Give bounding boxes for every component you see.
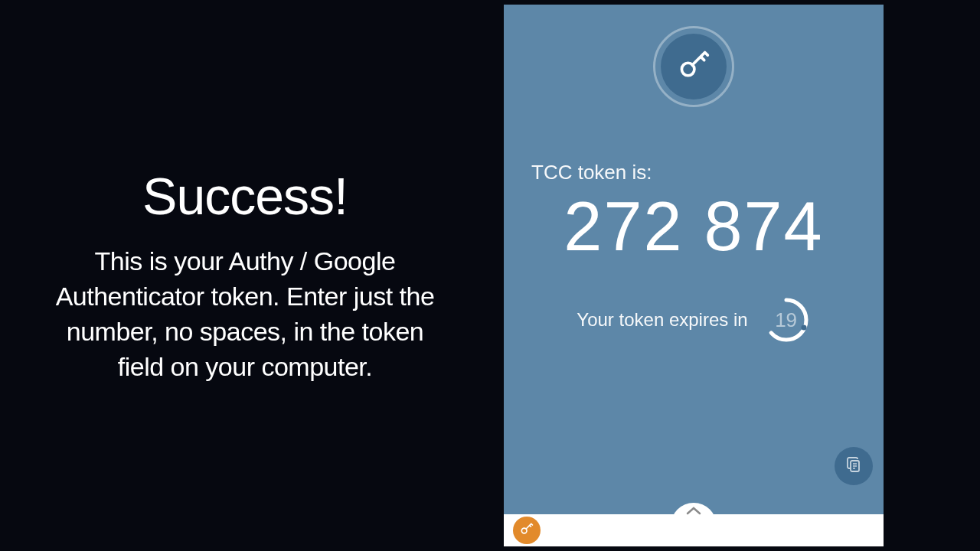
authy-screen: TCC token is: 272 874 Your token expires… [504,5,884,546]
token-label: TCC token is: [531,161,652,184]
drawer-pull[interactable] [671,503,717,526]
account-chip[interactable] [513,517,541,544]
expires-label: Your token expires in [577,309,747,331]
instruction-panel: Success! This is your Authy / Google Aut… [0,0,490,551]
key-icon [519,521,534,540]
phone-container: TCC token is: 272 874 Your token expires… [490,0,980,551]
countdown-timer: 19 [762,295,811,344]
token-area: TCC token is: 272 874 Your token expires… [504,5,884,514]
key-icon [677,48,710,85]
copy-icon [844,455,863,477]
countdown-seconds: 19 [762,295,811,344]
key-badge [653,26,734,107]
success-heading: Success! [142,166,348,226]
chevron-up-icon [685,506,702,520]
expires-row: Your token expires in 19 [577,295,810,344]
copy-token-button[interactable] [835,447,873,485]
token-value: 272 874 [564,187,823,266]
instruction-body: This is your Authy / Google Authenticato… [46,244,444,385]
